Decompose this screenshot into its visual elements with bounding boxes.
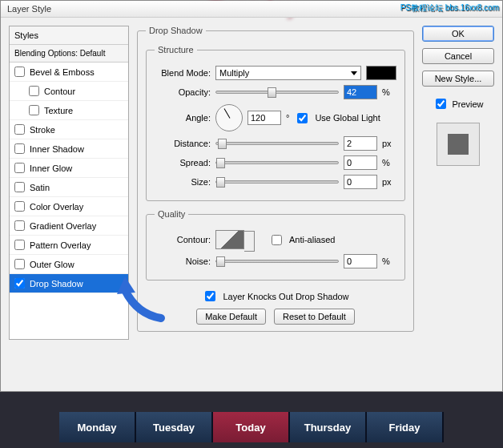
sidebar-item-stroke[interactable]: Stroke bbox=[10, 120, 128, 139]
knockout-label: Layer Knocks Out Drop Shadow bbox=[223, 292, 348, 301]
opacity-slider[interactable] bbox=[215, 91, 339, 94]
slider-handle[interactable] bbox=[216, 177, 225, 188]
distance-slider[interactable] bbox=[215, 142, 339, 145]
noise-slider[interactable] bbox=[215, 260, 339, 263]
bottom-tabs: MondayTuesdayTodayThursdayFriday bbox=[0, 392, 503, 448]
size-unit: px bbox=[382, 177, 396, 187]
annotation-arrow-icon bbox=[113, 270, 177, 326]
contour-picker[interactable] bbox=[215, 230, 244, 249]
sidebar-item-contour[interactable]: Contour bbox=[10, 82, 128, 101]
cancel-button[interactable]: Cancel bbox=[422, 48, 494, 64]
preview-box bbox=[437, 123, 480, 166]
style-label: Pattern Overlay bbox=[30, 240, 91, 250]
preview-label: Preview bbox=[452, 99, 483, 109]
chevron-down-icon bbox=[351, 71, 357, 75]
angle-input[interactable] bbox=[247, 111, 281, 125]
preview-swatch bbox=[448, 134, 469, 155]
blend-mode-value: Multiply bbox=[219, 68, 249, 78]
opacity-label: Opacity: bbox=[155, 87, 211, 97]
main-panel: Drop Shadow Structure Blend Mode: Multip… bbox=[137, 26, 414, 340]
antialiased-checkbox[interactable] bbox=[272, 235, 282, 245]
shadow-color-swatch[interactable] bbox=[366, 66, 396, 80]
tab-monday[interactable]: Monday bbox=[59, 412, 136, 442]
sidebar-item-satin[interactable]: Satin bbox=[10, 178, 128, 197]
tab-tuesday[interactable]: Tuesday bbox=[136, 412, 213, 442]
window-title: Layer Style bbox=[7, 4, 51, 14]
style-checkbox[interactable] bbox=[14, 143, 25, 154]
sidebar-item-drop-shadow[interactable]: Drop Shadow bbox=[10, 274, 128, 293]
style-checkbox[interactable] bbox=[29, 105, 39, 115]
blending-options-header[interactable]: Blending Options: Default bbox=[10, 45, 128, 63]
sidebar-item-outer-glow[interactable]: Outer Glow bbox=[10, 255, 128, 274]
tab-friday[interactable]: Friday bbox=[367, 412, 444, 442]
style-label: Inner Glow bbox=[30, 163, 72, 173]
sidebar-item-texture[interactable]: Texture bbox=[10, 101, 128, 120]
style-checkbox[interactable] bbox=[14, 278, 25, 289]
structure-fieldset: Structure Blend Mode: Multiply Opacity: bbox=[146, 45, 405, 201]
sidebar-item-pattern-overlay[interactable]: Pattern Overlay bbox=[10, 236, 128, 255]
spread-slider[interactable] bbox=[215, 161, 339, 164]
drop-shadow-fieldset: Drop Shadow Structure Blend Mode: Multip… bbox=[137, 26, 414, 332]
structure-legend: Structure bbox=[155, 45, 197, 54]
style-label: Texture bbox=[44, 106, 73, 115]
style-checkbox[interactable] bbox=[14, 163, 25, 173]
preview-checkbox[interactable] bbox=[436, 99, 446, 109]
sidebar-item-color-overlay[interactable]: Color Overlay bbox=[10, 197, 128, 216]
blend-mode-label: Blend Mode: bbox=[155, 68, 211, 78]
contour-label: Contour: bbox=[155, 235, 211, 244]
angle-label: Angle: bbox=[155, 113, 211, 123]
titlebar: Layer Style PS教程论坛 bbs.16xx8.com bbox=[1, 1, 502, 18]
style-label: Gradient Overlay bbox=[30, 221, 96, 231]
sidebar-item-bevel-emboss[interactable]: Bevel & Emboss bbox=[10, 63, 128, 82]
style-checkbox[interactable] bbox=[14, 201, 25, 212]
distance-label: Distance: bbox=[155, 139, 211, 148]
panel-title: Drop Shadow bbox=[146, 26, 206, 35]
style-label: Inner Shadow bbox=[30, 144, 84, 154]
reset-default-button[interactable]: Reset to Default bbox=[274, 309, 355, 325]
style-checkbox[interactable] bbox=[14, 67, 25, 77]
size-slider[interactable] bbox=[215, 180, 339, 184]
noise-label: Noise: bbox=[155, 256, 211, 266]
content-area: Styles Blending Options: Default Bevel &… bbox=[1, 18, 502, 348]
style-label: Satin bbox=[30, 183, 50, 192]
sidebar-header[interactable]: Styles bbox=[10, 26, 128, 45]
tab-today[interactable]: Today bbox=[213, 412, 290, 442]
noise-input[interactable] bbox=[344, 254, 377, 268]
layer-style-dialog: Tuesday Layer Style PS教程论坛 bbs.16xx8.com… bbox=[0, 0, 503, 392]
styles-sidebar: Styles Blending Options: Default Bevel &… bbox=[9, 26, 129, 340]
new-style-button[interactable]: New Style... bbox=[422, 71, 494, 87]
angle-unit: ° bbox=[286, 113, 289, 123]
distance-input[interactable] bbox=[344, 136, 377, 151]
antialiased-label: Anti-aliased bbox=[289, 235, 335, 244]
slider-handle[interactable] bbox=[268, 87, 276, 98]
style-label: Bevel & Emboss bbox=[30, 67, 95, 77]
tab-thursday[interactable]: Thursday bbox=[290, 412, 367, 442]
angle-dial[interactable] bbox=[215, 104, 243, 131]
style-label: Drop Shadow bbox=[30, 279, 83, 289]
opacity-input[interactable] bbox=[344, 85, 377, 99]
spread-input[interactable] bbox=[344, 155, 377, 170]
style-checkbox[interactable] bbox=[29, 86, 39, 96]
slider-handle[interactable] bbox=[216, 256, 225, 267]
style-label: Contour bbox=[44, 87, 75, 96]
style-checkbox[interactable] bbox=[14, 259, 25, 269]
knockout-checkbox[interactable] bbox=[205, 291, 215, 301]
sidebar-item-gradient-overlay[interactable]: Gradient Overlay bbox=[10, 216, 128, 236]
ok-button[interactable]: OK bbox=[422, 26, 494, 42]
size-input[interactable] bbox=[344, 175, 377, 189]
style-checkbox[interactable] bbox=[14, 124, 25, 135]
style-checkbox[interactable] bbox=[14, 182, 25, 192]
global-light-checkbox[interactable] bbox=[297, 113, 308, 123]
blend-mode-select[interactable]: Multiply bbox=[215, 66, 361, 80]
size-label: Size: bbox=[155, 177, 211, 187]
style-checkbox[interactable] bbox=[14, 240, 25, 250]
sidebar-item-inner-glow[interactable]: Inner Glow bbox=[10, 159, 128, 178]
sidebar-item-inner-shadow[interactable]: Inner Shadow bbox=[10, 139, 128, 159]
noise-unit: % bbox=[382, 256, 396, 266]
quality-fieldset: Quality Contour: Anti-aliased Noise: bbox=[146, 209, 405, 281]
make-default-button[interactable]: Make Default bbox=[196, 309, 266, 325]
style-checkbox[interactable] bbox=[14, 220, 25, 231]
slider-handle[interactable] bbox=[218, 139, 227, 149]
slider-handle[interactable] bbox=[216, 158, 225, 168]
spread-label: Spread: bbox=[155, 158, 211, 167]
